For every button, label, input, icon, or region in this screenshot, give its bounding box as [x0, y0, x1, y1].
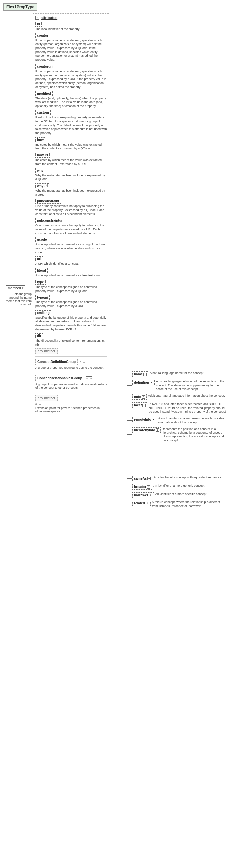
member-of-box: memberOf — [6, 285, 26, 291]
page: Flex1PropType memberOf Sets the group ar… — [0, 0, 230, 868]
prop-desc: A natural language name for the concept. — [148, 371, 227, 375]
attr-id: id The local identifier of the property. — [35, 22, 107, 31]
prop-remoteinfo-desc: A link to an item at a web resource whic… — [157, 416, 227, 424]
attr-whyuri: whyuri Why the metadata has been include… — [35, 183, 107, 197]
prop-narrower: narrower + — [132, 492, 154, 498]
attr-typeuri: typeuri The type of the concept assigned… — [35, 295, 107, 308]
prop-remoteinfo: remoteInfo + — [132, 416, 157, 422]
prop-narrower-desc: An identifier of a more specific concept… — [154, 492, 227, 496]
member-of-desc: Sets the group around the name theme tha… — [6, 292, 32, 306]
attr-pubconstraint: pubconstraint One or many constraints th… — [35, 199, 107, 216]
crg-box: ConceptRelationshipsGroup — [35, 375, 84, 381]
attr-creatoruri: creatoruri If the property value is not … — [35, 64, 107, 89]
attr-literal: literal A concept identifier expressed a… — [35, 268, 107, 278]
attr-uri: uri A URI which identifies a concept. — [35, 256, 107, 266]
attr-modified: modified The date (and, optionally, the … — [35, 91, 107, 108]
prop-related: related + — [132, 500, 151, 506]
attr-creator: creator If the property value is not def… — [35, 33, 107, 62]
title-bar: Flex1PropType — [3, 3, 37, 10]
prop-definition-desc: A natural language definition of the sem… — [155, 380, 227, 392]
attr-qcode: qcode A concept identifier expressed as … — [35, 237, 107, 254]
attr-pubconstrainturi: pubconstrainturi One or many constraints… — [35, 218, 107, 235]
attr-dir: dir The directionality of textual conten… — [35, 333, 107, 347]
prop-sameas: sameAs + — [132, 476, 152, 481]
prop-broader-desc: An identifier of a more generic concept. — [152, 484, 227, 488]
attr-xmllang: xmllang Specifies the language of this p… — [35, 310, 107, 332]
prop-note-desc: Additional natural language information … — [147, 394, 227, 398]
attr-howuri: howuri Indicates by which means the valu… — [35, 153, 107, 166]
crg-desc: A group of properties required to indica… — [35, 383, 107, 390]
prop-hierarchyinfo-desc: Represents the position of a concept in … — [160, 427, 227, 443]
attr-why: why Why the metadata has been included -… — [35, 168, 107, 181]
attributes-list: id The local identifier of the property.… — [35, 22, 107, 347]
page-title: Flex1PropType — [6, 5, 34, 9]
cdg-desc: A group of properties required to define… — [35, 366, 107, 370]
crg-row: ConceptRelationshipsGroup 0...∞ — [35, 375, 107, 381]
cdg-row: ConceptDefinitionGroup 0...∞ — [35, 359, 107, 365]
attributes-label: attributes — [41, 16, 57, 20]
cdg-props: name + A natural language name for the c… — [127, 371, 227, 442]
prop-note: note + — [132, 394, 147, 400]
crg-props: sameAs + An identifier of a concept with… — [127, 476, 227, 508]
any-other-desc: Extension point for provider-defined pro… — [35, 406, 107, 413]
any-other-attrs: any ##other — [35, 349, 107, 353]
prop-definition: definition + — [132, 380, 155, 385]
attr-type: type The type of the concept assigned as… — [35, 280, 107, 293]
prop-related-desc: A related concept, where the relationshi… — [151, 500, 227, 508]
prop-name: name + — [132, 371, 148, 377]
prop-facet: facet + — [132, 402, 147, 408]
prop-sameas-desc: An identifier of a concept with equivale… — [152, 476, 227, 479]
prop-hierarchyinfo: hierarchyInfo + — [132, 427, 160, 433]
collapse-attributes-button[interactable]: − — [35, 16, 39, 20]
any-other-bottom: any ##other — [35, 395, 107, 401]
prop-facet-desc: In NAR 1.8 and later, facet is deprecate… — [147, 402, 227, 414]
prop-broader: broader + — [132, 484, 152, 490]
attr-custom: custom If set to true the corresponding … — [35, 110, 107, 135]
cdg-box: ConceptDefinitionGroup — [35, 359, 78, 365]
attr-how: how Indicates by which means the value w… — [35, 137, 107, 151]
middle-connector: ← — [115, 378, 120, 383]
